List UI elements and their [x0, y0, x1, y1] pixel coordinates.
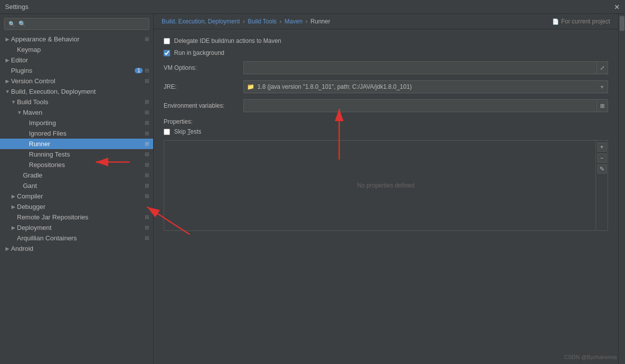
- page-icon: ⊞: [145, 193, 149, 199]
- right-scrollbar[interactable]: [618, 14, 625, 364]
- expander-icon: ▶: [4, 36, 11, 42]
- project-label: For current project: [561, 18, 610, 25]
- search-box[interactable]: 🔍: [4, 18, 149, 30]
- run-background-label[interactable]: Run in background: [174, 49, 224, 56]
- chevron-down-icon: ▼: [600, 84, 605, 90]
- sidebar-item-ignored-files[interactable]: Ignored Files ⊞: [0, 128, 153, 139]
- title-bar: Settings ✕: [0, 0, 625, 14]
- sidebar-item-android[interactable]: ▶ Android: [0, 243, 153, 254]
- expander-icon: ▼: [10, 99, 17, 105]
- sidebar-item-label: Build, Execution, Deployment: [11, 88, 149, 95]
- jre-row: JRE: 📁 1.8 (java version "1.8.0_101", pa…: [164, 80, 608, 93]
- sidebar-item-remote-jar[interactable]: Remote Jar Repositories ⊞: [0, 212, 153, 222]
- sidebar-item-label: Plugins: [11, 67, 133, 74]
- plugins-badge: 1: [135, 68, 143, 73]
- sidebar-item-repositories[interactable]: Repositories ⊞: [0, 160, 153, 170]
- sidebar-item-appearance[interactable]: ▶ Appearance & Behavior ⊞: [0, 34, 153, 44]
- sidebar-item-gant[interactable]: Gant ⊞: [0, 181, 153, 191]
- skip-tests-row: Skip Tests: [164, 128, 608, 135]
- env-vars-expand-button[interactable]: ⊞: [597, 99, 608, 112]
- vm-options-label: VM Options:: [164, 64, 243, 71]
- sidebar-item-label: Importing: [29, 119, 143, 127]
- edit-property-button[interactable]: ✎: [598, 165, 607, 174]
- breadcrumb-current: Runner: [311, 18, 330, 25]
- page-icon: ⊞: [145, 67, 149, 74]
- sidebar-item-deployment[interactable]: ▶ Deployment ⊞: [0, 222, 153, 233]
- sidebar-item-importing[interactable]: Importing ⊞: [0, 118, 153, 128]
- settings-form: Delegate IDE build/run actions to Maven …: [154, 29, 618, 364]
- sidebar-item-label: Appearance & Behavior: [11, 35, 143, 43]
- sidebar-tree: ▶ Appearance & Behavior ⊞ Keymap ▶ Edito…: [0, 34, 153, 364]
- sidebar-item-label: Deployment: [17, 224, 143, 231]
- sidebar-item-compiler[interactable]: ▶ Compiler ⊞: [0, 191, 153, 201]
- expander-icon: ▶: [10, 193, 17, 199]
- page-icon: ⊞: [145, 214, 149, 220]
- page-icon: ⊞: [145, 151, 149, 158]
- sidebar-item-gradle[interactable]: Gradle ⊞: [0, 170, 153, 181]
- add-property-button[interactable]: +: [598, 143, 607, 152]
- properties-actions: + − ✎: [596, 141, 608, 230]
- page-icon: ⊞: [145, 78, 149, 84]
- scrollbar-thumb: [620, 16, 625, 31]
- env-vars-row: Environment variables: ⊞: [164, 99, 608, 112]
- delegate-checkbox[interactable]: [164, 38, 170, 44]
- sidebar-item-maven[interactable]: ▼ Maven ⊞: [0, 107, 153, 118]
- sidebar-item-version-control[interactable]: ▶ Version Control ⊞: [0, 76, 153, 86]
- no-properties-text: No properties defined: [357, 182, 415, 189]
- sidebar-item-label: Remote Jar Repositories: [17, 213, 143, 221]
- sidebar-item-label: Gant: [23, 182, 143, 189]
- vm-options-field: ⤢: [243, 61, 608, 74]
- vm-options-expand-button[interactable]: ⤢: [597, 61, 608, 74]
- breadcrumb-item-3[interactable]: Maven: [285, 18, 303, 25]
- sidebar-item-plugins[interactable]: Plugins 1 ⊞: [0, 65, 153, 76]
- sidebar-item-label: Ignored Files: [29, 130, 143, 137]
- sidebar-item-label: Editor: [11, 56, 149, 64]
- jre-label: JRE:: [164, 83, 243, 90]
- breadcrumb: Build, Execution, Deployment › Build Too…: [154, 14, 618, 29]
- sidebar-item-running-tests[interactable]: Running Tests ⊞: [0, 149, 153, 160]
- env-vars-label: Environment variables:: [164, 102, 243, 109]
- sidebar-item-label: Runner: [29, 140, 143, 148]
- breadcrumb-sep-2: ›: [280, 18, 282, 25]
- search-input[interactable]: [18, 20, 145, 27]
- sidebar-item-label: Maven: [23, 109, 143, 116]
- delegate-label[interactable]: Delegate IDE build/run actions to Maven: [174, 37, 281, 44]
- vm-options-input[interactable]: [243, 61, 597, 74]
- sidebar-item-debugger[interactable]: ▶ Debugger: [0, 201, 153, 212]
- page-icon: ⊞: [145, 36, 149, 42]
- page-icon: ⊞: [145, 99, 149, 105]
- sidebar-item-build-tools[interactable]: ▼ Build Tools ⊞: [0, 97, 153, 107]
- watermark: CSDN @Bychanense: [564, 354, 617, 360]
- sidebar-item-label: Compiler: [17, 192, 143, 200]
- env-vars-input[interactable]: [243, 99, 597, 112]
- sidebar-item-arquillian[interactable]: Arquillian Containers ⊞: [0, 233, 153, 243]
- expander-icon: ▶: [4, 78, 11, 84]
- skip-tests-label[interactable]: Skip Tests: [174, 128, 201, 135]
- expander-icon: ▼: [4, 89, 11, 94]
- expander-icon: ▶: [10, 204, 17, 209]
- jre-select[interactable]: 📁 1.8 (java version "1.8.0_101", path: C…: [243, 80, 608, 93]
- sidebar-item-keymap[interactable]: Keymap: [0, 44, 153, 55]
- expander-icon: ▶: [10, 225, 17, 230]
- sidebar-item-build-execution[interactable]: ▼ Build, Execution, Deployment: [0, 86, 153, 97]
- main-container: 🔍 ▶ Appearance & Behavior ⊞ Keymap ▶ Edi…: [0, 14, 625, 364]
- breadcrumb-sep-3: ›: [306, 18, 308, 25]
- close-icon[interactable]: ✕: [614, 3, 620, 11]
- sidebar-item-editor[interactable]: ▶ Editor: [0, 55, 153, 65]
- sidebar-item-runner[interactable]: Runner ⊞: [0, 139, 153, 149]
- skip-tests-checkbox[interactable]: [164, 129, 170, 135]
- page-icon: ⊞: [145, 109, 149, 116]
- breadcrumb-project: 📄 For current project: [552, 18, 610, 25]
- sidebar-item-label: Running Tests: [29, 151, 143, 158]
- breadcrumb-item-2[interactable]: Build Tools: [248, 18, 277, 25]
- sidebar-item-label: Build Tools: [17, 98, 143, 106]
- properties-body: No properties defined + − ✎: [164, 141, 608, 230]
- properties-header-row: Properties:: [164, 118, 608, 125]
- run-background-checkbox[interactable]: [164, 50, 170, 56]
- remove-property-button[interactable]: −: [598, 154, 607, 163]
- properties-label: Properties:: [164, 118, 193, 125]
- content-area: Build, Execution, Deployment › Build Too…: [154, 14, 618, 364]
- page-icon: ⊞: [145, 141, 149, 147]
- breadcrumb-item-1[interactable]: Build, Execution, Deployment: [162, 18, 240, 25]
- page-icon: ⊞: [145, 172, 149, 179]
